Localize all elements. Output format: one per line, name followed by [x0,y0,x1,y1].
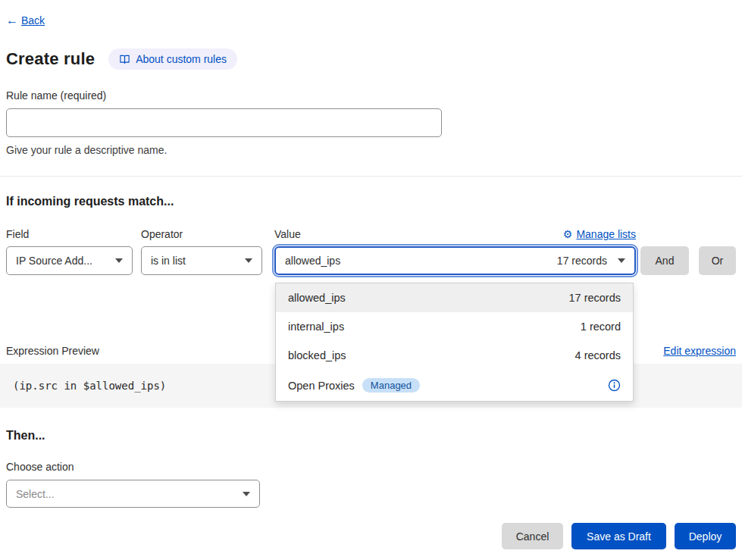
or-button[interactable]: Or [699,246,736,275]
back-arrow-icon: ← [6,14,18,27]
operator-select[interactable]: is in list [141,246,262,275]
info-icon[interactable] [608,379,621,392]
deploy-button[interactable]: Deploy [675,523,736,549]
value-select-value: allowed_ips [285,255,340,267]
then-section-heading: Then... [6,429,736,443]
manage-lists-link[interactable]: ⚙ Manage lists [563,228,636,240]
dropdown-option-internal-ips[interactable]: internal_ips 1 record [276,312,633,341]
option-name: blocked_ips [288,349,346,361]
manage-lists-label[interactable]: Manage lists [576,228,636,240]
option-detail: 4 records [575,349,621,361]
value-label: Value [274,228,301,240]
choose-action-label: Choose action [6,461,736,473]
chevron-down-icon [618,258,625,263]
field-label: Field [6,228,133,240]
option-name: Open Proxies [288,380,355,392]
expression-preview-label: Expression Preview [6,345,99,357]
dropdown-option-allowed-ips[interactable]: allowed_ips 17 records [276,283,633,312]
value-select-wrapper: allowed_ips 17 records allowed_ips 17 re… [274,246,636,275]
rule-name-helper-text: Give your rule a descriptive name. [6,144,736,156]
operator-select-value: is in list [151,255,186,267]
book-icon [119,54,130,65]
operator-label: Operator [141,228,262,240]
expression-code: (ip.src in $allowed_ips) [13,380,166,392]
value-select[interactable]: allowed_ips 17 records [274,246,636,275]
footer-actions: Cancel Save as Draft Deploy [6,523,736,549]
managed-badge: Managed [362,378,420,393]
about-custom-rules-label: About custom rules [136,53,227,65]
value-select-record-count: 17 records [557,255,607,267]
about-custom-rules-link[interactable]: About custom rules [108,48,237,70]
field-select-value: IP Source Add... [16,255,92,267]
rule-name-label: Rule name (required) [6,89,736,102]
match-controls-row: IP Source Add... is in list allowed_ips … [6,246,736,275]
chevron-down-icon [243,492,250,496]
option-detail: 1 record [581,321,621,333]
match-labels-row: Field Operator Value ⚙ Manage lists [6,228,736,240]
save-as-draft-button[interactable]: Save as Draft [571,523,666,549]
value-dropdown-menu: allowed_ips 17 records internal_ips 1 re… [275,283,634,402]
edit-expression-link[interactable]: Edit expression [663,345,736,357]
field-select[interactable]: IP Source Add... [6,246,133,275]
rule-name-input[interactable] [6,108,442,137]
option-name: allowed_ips [288,292,346,304]
option-name: internal_ips [288,321,344,333]
match-section-heading: If incoming requests match... [6,195,736,208]
back-link[interactable]: ← Back [6,14,736,27]
chevron-down-icon [115,258,123,263]
dropdown-option-open-proxies[interactable]: Open Proxies Managed [276,370,633,401]
option-detail: 17 records [568,292,621,304]
page-title: Create rule [6,49,95,69]
action-select-placeholder: Select... [16,488,55,500]
action-select[interactable]: Select... [6,480,260,508]
section-divider [0,176,742,177]
back-link-label[interactable]: Back [21,14,45,27]
chevron-down-icon [245,258,252,263]
title-row: Create rule About custom rules [6,48,736,70]
and-button[interactable]: And [640,246,689,275]
dropdown-option-blocked-ips[interactable]: blocked_ips 4 records [276,341,633,370]
cancel-button[interactable]: Cancel [502,523,563,549]
gear-icon: ⚙ [563,228,573,240]
